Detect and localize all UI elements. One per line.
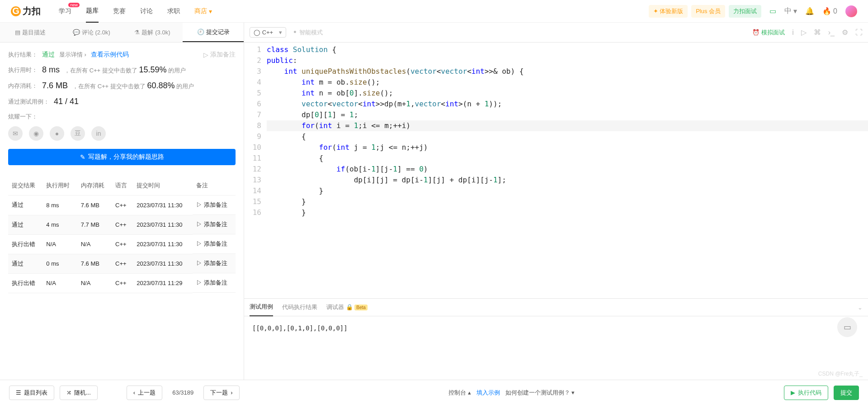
phone-icon[interactable]: ▭	[769, 7, 776, 15]
add-note-cell[interactable]: ▷ 添加备注	[193, 273, 236, 293]
testcase-content[interactable]: [[0,0,0],[0,1,0],[0,0,0]]	[244, 316, 868, 380]
badge-new: new	[68, 3, 80, 7]
table-row[interactable]: 执行出错N/AN/AC++2023/07/31 11:30▷ 添加备注	[8, 234, 236, 254]
add-note-cell[interactable]: ▷ 添加备注	[193, 215, 236, 234]
fullscreen-icon[interactable]: ⛶	[855, 29, 863, 37]
logo[interactable]: G 力扣	[11, 5, 41, 17]
how-create-link[interactable]: 如何创建一个测试用例？ ▾	[505, 389, 575, 397]
share-qq-icon[interactable]: ●	[50, 126, 64, 141]
tests-value: 41 / 41	[54, 97, 79, 106]
result-label: 执行结果：	[8, 51, 38, 59]
notes-fab-icon[interactable]: ▭	[837, 317, 857, 337]
random-button[interactable]: ⤮ 随机...	[60, 386, 98, 400]
bell-icon[interactable]: 🔔	[805, 7, 814, 15]
fire-icon[interactable]: 🔥 0	[822, 7, 837, 15]
logo-icon: G	[11, 6, 21, 16]
avatar[interactable]	[845, 5, 857, 17]
bottom-tabs: 测试用例 代码执行结果 调试器 🔒 Beta ⌄	[244, 298, 868, 316]
table-row[interactable]: 通过0 ms7.6 MBC++2023/07/31 11:30▷ 添加备注	[8, 254, 236, 273]
tab-testcase[interactable]: 测试用例	[250, 298, 273, 316]
share-wechat-icon[interactable]: ✉	[8, 126, 23, 141]
nav-contest[interactable]: 竞赛	[113, 0, 126, 23]
time-value: 8 ms	[42, 65, 60, 75]
info-icon[interactable]: i	[792, 29, 794, 37]
show-detail-link[interactable]: 显示详情 ›	[59, 51, 86, 59]
tests-label: 通过测试用例：	[8, 98, 49, 106]
bookmark-icon[interactable]: ⌘	[814, 28, 821, 37]
collapse-icon[interactable]: ⌄	[858, 304, 863, 311]
nav-store[interactable]: 商店 ▾	[194, 0, 212, 23]
plus-button[interactable]: Plus 会员	[691, 5, 725, 18]
write-solution-button[interactable]: ✎ 写题解，分享我的解题思路	[8, 149, 236, 165]
tab-debugger[interactable]: 调试器 🔒 Beta	[326, 299, 368, 316]
add-note-top[interactable]: ▷ 添加备注	[203, 51, 236, 59]
console-label[interactable]: 控制台 ▴	[448, 389, 471, 397]
submissions-table: 提交结果执行用时内存消耗语言提交时间备注 通过8 ms7.6 MBC++2023…	[8, 176, 236, 293]
add-note-cell[interactable]: ▷ 添加备注	[193, 234, 236, 254]
run-code-button[interactable]: ▶ 执行代码	[784, 386, 828, 400]
table-row[interactable]: 通过8 ms7.6 MBC++2023/07/31 11:30▷ 添加备注	[8, 195, 236, 215]
top-navbar: G 力扣 学习new 题库 竞赛 讨论 求职 商店 ▾ ✦ 体验新版 Plus …	[0, 0, 868, 23]
bottom-bar: ☰ 题目列表 ⤮ 随机... ‹ 上一题 63/3189 下一题 › 控制台 ▴…	[0, 380, 868, 405]
result-value: 通过	[42, 51, 55, 59]
submit-button[interactable]: 提交	[834, 386, 859, 400]
nav-discuss[interactable]: 讨论	[140, 0, 153, 23]
nav-jobs[interactable]: 求职	[167, 0, 180, 23]
logo-text: 力扣	[23, 5, 41, 17]
share-weibo-icon[interactable]: ◉	[29, 126, 43, 141]
table-row[interactable]: 通过4 ms7.7 MBC++2023/07/31 11:30▷ 添加备注	[8, 215, 236, 234]
run-icon[interactable]: ▷	[801, 28, 807, 37]
code-editor[interactable]: 12345678910111213141516 class Solution {…	[244, 43, 868, 298]
tab-description[interactable]: ▤ 题目描述	[0, 23, 61, 42]
next-button[interactable]: 下一题 ›	[203, 386, 239, 400]
interview-button[interactable]: 力扣面试	[729, 5, 761, 18]
nav-learn[interactable]: 学习new	[59, 0, 71, 23]
tab-run-result[interactable]: 代码执行结果	[282, 299, 317, 316]
language-switcher[interactable]: 中 ▾	[784, 6, 797, 16]
smart-mode-toggle[interactable]: 智能模式	[293, 28, 322, 37]
table-row[interactable]: 执行出错N/AN/AC++2023/07/31 11:29▷ 添加备注	[8, 273, 236, 293]
show-off-label: 炫耀一下：	[8, 113, 236, 121]
tab-comments[interactable]: 💬 评论 (2.0k)	[61, 23, 122, 42]
tab-submissions[interactable]: 🕘 提交记录	[183, 23, 244, 42]
tab-solutions[interactable]: ⚗ 题解 (3.0k)	[122, 23, 183, 42]
fill-example-link[interactable]: 填入示例	[476, 389, 500, 397]
watermark: CSDN @Fre丸子_	[818, 370, 863, 378]
problem-list-button[interactable]: ☰ 题目列表	[9, 386, 54, 400]
share-douban-icon[interactable]: 豆	[71, 126, 85, 141]
prev-button[interactable]: ‹ 上一题	[127, 386, 162, 400]
share-linkedin-icon[interactable]: in	[91, 126, 106, 141]
left-tab-bar: ▤ 题目描述 💬 评论 (2.0k) ⚗ 题解 (3.0k) 🕘 提交记录	[0, 23, 244, 43]
editor-toolbar: ◯ C++ 智能模式 ⏰ 模拟面试 i ▷ ⌘ ›_ ⚙ ⛶	[244, 23, 868, 43]
add-note-cell[interactable]: ▷ 添加备注	[193, 254, 236, 273]
memory-label: 内存消耗：	[8, 82, 38, 90]
page-counter: 63/3189	[172, 389, 193, 396]
language-select[interactable]: ◯ C++	[250, 27, 286, 38]
example-code-link[interactable]: 查看示例代码	[91, 51, 129, 59]
memory-value: 7.6 MB	[42, 81, 68, 91]
terminal-icon[interactable]: ›_	[828, 29, 835, 37]
trial-button[interactable]: ✦ 体验新版	[649, 5, 688, 18]
add-note-cell[interactable]: ▷ 添加备注	[193, 195, 236, 215]
settings-icon[interactable]: ⚙	[842, 28, 848, 37]
mock-interview-button[interactable]: ⏰ 模拟面试	[752, 29, 785, 37]
nav-problems[interactable]: 题库	[86, 0, 99, 23]
time-label: 执行用时：	[8, 66, 38, 74]
